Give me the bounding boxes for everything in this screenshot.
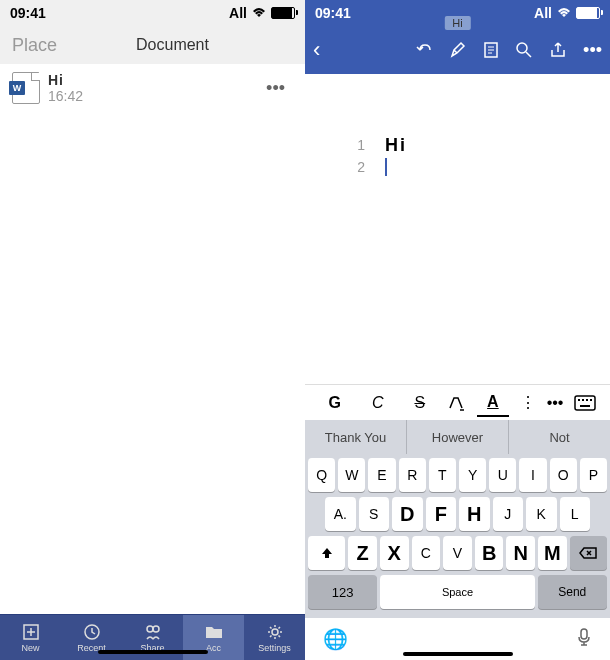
svg-rect-12 [580, 405, 590, 407]
undo-icon[interactable] [415, 41, 433, 59]
page-icon[interactable] [483, 41, 499, 59]
format-dots-icon[interactable]: ••• [547, 394, 564, 412]
key-z[interactable]: Z [348, 536, 377, 570]
key-b[interactable]: B [475, 536, 504, 570]
kb-row-1: Q W E R T Y U I O P [308, 458, 607, 492]
back-icon[interactable]: ‹ [313, 37, 320, 63]
svg-point-4 [272, 629, 278, 635]
kb-row-4: 123 Space Send [308, 575, 607, 609]
svg-point-2 [147, 626, 153, 632]
key-send[interactable]: Send [538, 575, 607, 609]
svg-rect-8 [578, 399, 580, 401]
line-text: Hi [385, 135, 407, 156]
new-icon [21, 623, 41, 641]
globe-icon[interactable]: 🌐 [323, 627, 348, 651]
backspace-icon [578, 546, 598, 560]
battery-icon [271, 7, 295, 19]
nav-new[interactable]: New [0, 615, 61, 660]
strike-button[interactable]: S [404, 390, 435, 416]
key-o[interactable]: O [550, 458, 577, 492]
key-backspace[interactable] [570, 536, 607, 570]
svg-point-3 [153, 626, 159, 632]
file-more-icon[interactable]: ••• [258, 78, 293, 99]
more-icon[interactable]: ••• [583, 40, 602, 61]
editor-content[interactable]: 1 Hi 2 [305, 74, 610, 384]
text-cursor [385, 158, 387, 176]
home-indicator[interactable] [98, 650, 208, 654]
carrier: All [229, 5, 247, 21]
key-numeric[interactable]: 123 [308, 575, 377, 609]
key-j[interactable]: J [493, 497, 524, 531]
key-k[interactable]: K [526, 497, 557, 531]
key-s[interactable]: S [359, 497, 390, 531]
key-y[interactable]: Y [459, 458, 486, 492]
file-time: 16:42 [48, 88, 250, 104]
key-i[interactable]: I [519, 458, 546, 492]
key-e[interactable]: E [368, 458, 395, 492]
suggestion-3[interactable]: Not [509, 420, 610, 454]
clock-icon [82, 623, 102, 641]
time: 09:41 [10, 5, 46, 21]
keyboard-toggle-icon[interactable] [574, 395, 596, 411]
key-q[interactable]: Q [308, 458, 335, 492]
italic-button[interactable]: C [362, 390, 394, 416]
key-space[interactable]: Space [380, 575, 534, 609]
status-bar-left: 09:41 All [0, 0, 305, 26]
key-p[interactable]: P [580, 458, 607, 492]
wifi-icon [251, 7, 267, 19]
format-more-icon[interactable]: ⋮ [520, 393, 536, 412]
key-n[interactable]: N [506, 536, 535, 570]
svg-rect-7 [575, 396, 595, 410]
pen-icon[interactable] [449, 41, 467, 59]
key-v[interactable]: V [443, 536, 472, 570]
share-out-icon[interactable] [549, 41, 567, 59]
file-list: W Hi 16:42 ••• [0, 64, 305, 614]
svg-rect-10 [586, 399, 588, 401]
svg-rect-11 [590, 399, 592, 401]
folder-icon [204, 623, 224, 641]
bold-button[interactable]: G [318, 390, 350, 416]
share-icon [143, 623, 163, 641]
editor-header: Hi ‹ ••• [305, 26, 610, 74]
key-d[interactable]: D [392, 497, 423, 531]
home-indicator[interactable] [403, 652, 513, 656]
key-shift[interactable] [308, 536, 345, 570]
key-a[interactable]: A. [325, 497, 356, 531]
filename-badge: Hi [444, 16, 470, 30]
highlight-icon[interactable] [446, 394, 466, 412]
kb-row-2: A. S D F H J K L [308, 497, 607, 531]
key-c[interactable]: C [412, 536, 441, 570]
key-r[interactable]: R [399, 458, 426, 492]
wifi-icon [556, 7, 572, 19]
key-x[interactable]: X [380, 536, 409, 570]
key-l[interactable]: L [560, 497, 591, 531]
search-icon[interactable] [515, 41, 533, 59]
key-h[interactable]: H [459, 497, 490, 531]
key-t[interactable]: T [429, 458, 456, 492]
shift-icon [320, 546, 334, 560]
nav-settings[interactable]: Settings [244, 615, 305, 660]
header-left: Place Document [0, 26, 305, 64]
document-title: Document [52, 36, 293, 54]
suggestions-bar: Thank You However Not [305, 420, 610, 454]
kb-row-3: Z X C V B N M [308, 536, 607, 570]
svg-rect-9 [582, 399, 584, 401]
word-doc-icon: W [12, 72, 40, 104]
key-m[interactable]: M [538, 536, 567, 570]
svg-rect-13 [581, 629, 587, 639]
key-w[interactable]: W [338, 458, 365, 492]
key-u[interactable]: U [489, 458, 516, 492]
mic-icon[interactable] [576, 627, 592, 652]
key-f[interactable]: F [426, 497, 457, 531]
file-item[interactable]: W Hi 16:42 ••• [0, 64, 305, 112]
file-name: Hi [48, 72, 250, 88]
suggestion-1[interactable]: Thank You [305, 420, 407, 454]
keyboard: Q W E R T Y U I O P A. S D F H J K L [305, 454, 610, 618]
underline-button[interactable]: A [477, 389, 509, 417]
svg-point-6 [517, 43, 527, 53]
line-number: 1 [345, 137, 365, 153]
battery-icon [576, 7, 600, 19]
format-bar: G C S A ⋮ ••• [305, 384, 610, 420]
suggestion-2[interactable]: However [407, 420, 509, 454]
carrier: All [534, 5, 552, 21]
